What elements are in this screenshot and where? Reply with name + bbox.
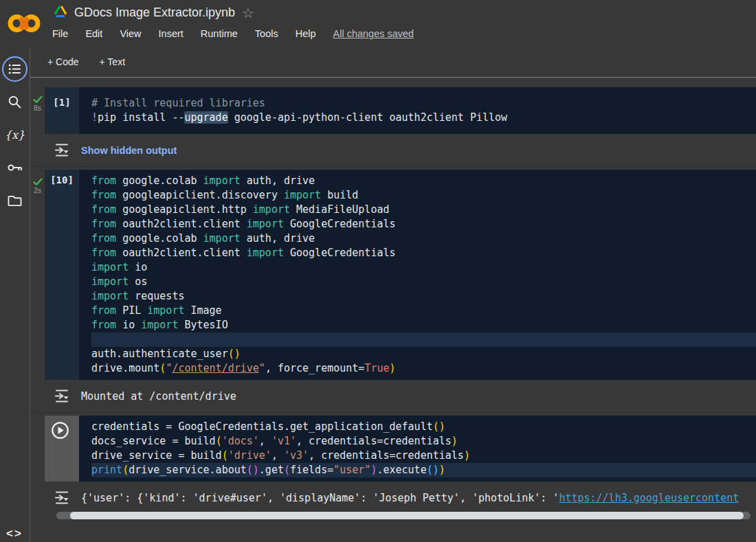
sidebar-item-files[interactable]	[0, 184, 30, 217]
code-token: # Install required libraries	[91, 97, 265, 109]
show-hidden-output-link[interactable]: Show hidden output	[81, 145, 177, 156]
code-line: # Install required libraries	[91, 96, 756, 111]
code-token: from	[91, 232, 116, 245]
code-token: , force_remount=	[265, 362, 365, 374]
code-token: import	[141, 319, 178, 331]
output-options-icon[interactable]	[54, 389, 70, 403]
cell-status-column: 2s	[30, 170, 45, 380]
execution-count[interactable]: [10]	[50, 174, 74, 185]
scrollbar-thumb[interactable]	[70, 512, 744, 519]
code-token: google.colab	[116, 232, 203, 245]
code-token: import	[247, 218, 284, 230]
code-token: from	[91, 203, 116, 216]
output-text-segment: Mounted at /content/drive	[81, 390, 236, 403]
star-icon[interactable]: ☆	[242, 6, 254, 20]
menu-item-view[interactable]: View	[120, 28, 141, 39]
add-code-button[interactable]: + Code	[47, 56, 79, 67]
output-text: Mounted at /content/drive	[81, 390, 236, 403]
code-token: import	[91, 290, 129, 302]
code-editor[interactable]: credentials = GoogleCredentials.get_appl…	[79, 416, 756, 482]
cell-output: Mounted at /content/drive	[30, 380, 756, 413]
cell-status-column: 8s	[30, 87, 45, 134]
code-token: pip install --	[98, 111, 184, 124]
code-token: ()	[433, 420, 445, 433]
code-cell[interactable]: credentials = GoogleCredentials.get_appl…	[30, 416, 756, 482]
code-token: googleapiclient.http	[116, 203, 253, 216]
code-token: ()	[427, 464, 439, 476]
code-token: from	[91, 218, 116, 230]
sidebar-item-table-of-contents[interactable]	[0, 52, 30, 85]
code-token: import	[91, 275, 129, 288]
output-block: Mounted at /content/drive	[30, 380, 756, 413]
code-token: .get	[259, 464, 284, 476]
colab-logo[interactable]	[6, 11, 42, 38]
play-icon	[51, 421, 69, 440]
code-token: import	[147, 304, 184, 317]
menu-item-tools[interactable]: Tools	[255, 28, 278, 39]
menu-item-insert[interactable]: Insert	[159, 28, 184, 39]
menu-item-help[interactable]: Help	[296, 28, 316, 39]
variables-icon: {x}	[5, 128, 25, 142]
code-token: auth.authenticate_user	[91, 348, 228, 360]
save-status[interactable]: All changes saved	[333, 28, 414, 39]
code-token: ,	[259, 435, 271, 447]
code-cell[interactable]: 8s[1]# Install required libraries!pip in…	[30, 87, 756, 134]
output-block: Show hidden output	[30, 134, 756, 167]
output-text: {'user': {'kind': 'drive#user', 'display…	[81, 492, 739, 504]
code-line: import requests	[91, 289, 756, 304]
code-token: import	[203, 232, 241, 245]
left-sidebar: {x} <>	[0, 47, 30, 542]
execution-success-icon	[33, 95, 43, 104]
execution-success-icon	[33, 178, 43, 186]
code-token: 'v3'	[284, 449, 309, 462]
code-token: print	[91, 464, 122, 476]
main-area: + Code + Text 8s[1]# Install required li…	[30, 47, 756, 542]
notebook-title[interactable]: GDocs Image Extractor.ipynb	[74, 5, 235, 20]
code-token: (	[122, 464, 129, 476]
execution-time: 2s	[34, 186, 41, 194]
sidebar-item-secrets[interactable]	[0, 151, 30, 184]
code-token: "user"	[333, 464, 370, 476]
sidebar-item-search[interactable]	[0, 85, 30, 118]
code-token: upgrade	[184, 111, 227, 124]
execution-count[interactable]: [1]	[53, 97, 70, 108]
code-token: )	[439, 464, 445, 476]
code-line: import os	[91, 275, 756, 289]
code-token: (	[222, 449, 228, 462]
code-editor[interactable]: from google.colab import auth, drivefrom…	[79, 170, 756, 380]
code-token: requests	[129, 290, 184, 302]
output-options-icon[interactable]	[54, 143, 70, 157]
code-token: google-api-python-client oauth2client Pi…	[228, 111, 507, 124]
output-url-link[interactable]: https://lh3.googleusercontent	[559, 492, 739, 504]
code-token: oauth2client.client	[116, 247, 247, 259]
folder-icon	[8, 194, 22, 207]
code-token: ()	[228, 348, 241, 360]
code-editor[interactable]: # Install required libraries!pip install…	[79, 87, 756, 134]
menu-item-runtime[interactable]: Runtime	[201, 28, 238, 39]
code-token: )	[390, 362, 396, 374]
code-token: import	[284, 189, 321, 201]
code-line: drive.mount("/content/drive", force_remo…	[91, 361, 756, 376]
run-cell-button[interactable]	[51, 421, 69, 440]
code-token: from	[91, 304, 116, 317]
cell-output: {'user': {'kind': 'drive#user', 'display…	[30, 482, 756, 508]
code-token: from	[91, 247, 116, 259]
horizontal-scrollbar[interactable]	[56, 512, 751, 519]
code-token: drive_service = build	[91, 449, 222, 462]
code-cell[interactable]: 2s[10]from google.colab import auth, dri…	[30, 170, 756, 380]
code-line: from google.colab import auth, drive	[91, 174, 756, 188]
code-token: PIL	[116, 304, 147, 317]
code-token: , credentials=credentials	[296, 435, 452, 447]
add-text-button[interactable]: + Text	[100, 56, 126, 67]
code-token: )	[452, 435, 458, 447]
code-token: , credentials=credentials	[309, 449, 464, 462]
code-snippets-toggle[interactable]: <>	[6, 527, 23, 541]
code-token: auth, drive	[241, 232, 315, 245]
sidebar-item-variables[interactable]: {x}	[0, 118, 30, 151]
output-options-icon[interactable]	[54, 490, 70, 505]
menu-item-file[interactable]: File	[52, 28, 68, 39]
code-token: drive.mount	[91, 362, 159, 374]
menu-item-edit[interactable]: Edit	[85, 28, 102, 39]
code-line: docs_service = build('docs', 'v1', crede…	[91, 434, 756, 449]
notebook-scroll: 8s[1]# Install required libraries!pip in…	[30, 78, 756, 542]
